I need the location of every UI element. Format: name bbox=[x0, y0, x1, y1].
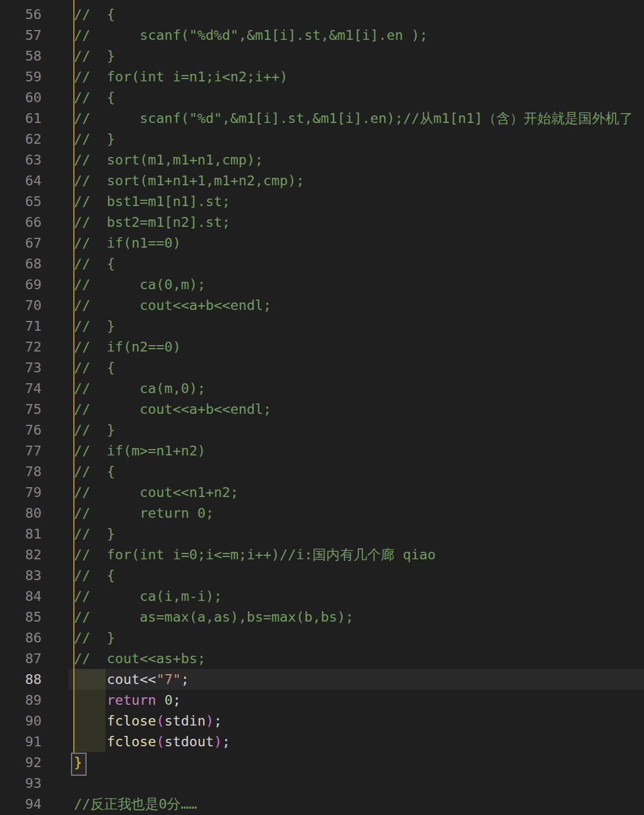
line-content[interactable]: // bst2=m1[n2].st; bbox=[69, 212, 644, 233]
code-line-83[interactable]: 83// { bbox=[0, 565, 644, 586]
code-line-93[interactable]: 93 bbox=[0, 773, 644, 794]
line-content[interactable]: // cout<<a+b<<endl; bbox=[69, 295, 644, 316]
line-content[interactable]: // } bbox=[69, 627, 644, 648]
line-content[interactable]: // for(int i=n1;i<n2;i++) bbox=[69, 66, 644, 87]
code-line-75[interactable]: 75// cout<<a+b<<endl; bbox=[0, 399, 644, 420]
line-content[interactable]: // sort(m1,m1+n1,cmp); bbox=[69, 149, 644, 170]
code-line-59[interactable]: 59// for(int i=n1;i<n2;i++) bbox=[0, 66, 644, 87]
code-line-70[interactable]: 70// cout<<a+b<<endl; bbox=[0, 295, 644, 316]
code-line-72[interactable]: 72// if(n2==0) bbox=[0, 337, 644, 357]
code-line-76[interactable]: 76// } bbox=[0, 420, 644, 440]
code-line-66[interactable]: 66// bst2=m1[n2].st; bbox=[0, 212, 644, 233]
line-content[interactable]: // for(int i=0;i<=m;i++)//i:国内有几个廊 qiao bbox=[69, 544, 644, 565]
code-line-67[interactable]: 67// if(n1==0) bbox=[0, 233, 644, 253]
line-content[interactable]: // scanf("%d%d",&m1[i].st,&m1[i].en ); bbox=[69, 25, 644, 46]
line-number: 93 bbox=[0, 773, 69, 794]
line-content[interactable]: // { bbox=[69, 357, 644, 378]
code-line-84[interactable]: 84// ca(i,m-i); bbox=[0, 586, 644, 607]
code-line-92[interactable]: 92} bbox=[0, 752, 644, 773]
code-line-80[interactable]: 80// return 0; bbox=[0, 503, 644, 524]
line-content[interactable]: // } bbox=[69, 316, 644, 337]
code-line-60[interactable]: 60// { bbox=[0, 87, 644, 108]
token-comment: // { bbox=[74, 89, 115, 106]
line-number: 60 bbox=[0, 87, 69, 108]
code-line-77[interactable]: 77// if(m>=n1+n2) bbox=[0, 440, 644, 461]
code-line-91[interactable]: 91 fclose(stdout); bbox=[0, 731, 644, 752]
line-content[interactable]: // as=max(a,as),bs=max(b,bs); bbox=[69, 607, 644, 627]
line-content[interactable]: // for(int i=0;i<n1;i++) bbox=[69, 0, 644, 4]
line-number: 85 bbox=[0, 607, 69, 627]
line-content[interactable]: } bbox=[69, 752, 644, 773]
line-content[interactable]: // if(n2==0) bbox=[69, 337, 644, 357]
line-content[interactable]: fclose(stdin); bbox=[69, 711, 644, 731]
line-content[interactable]: // scanf("%d",&m1[i].st,&m1[i].en);//从m1… bbox=[69, 108, 644, 129]
code-line-74[interactable]: 74// ca(m,0); bbox=[0, 378, 644, 399]
code-line-68[interactable]: 68// { bbox=[0, 253, 644, 274]
code-line-85[interactable]: 85// as=max(a,as),bs=max(b,bs); bbox=[0, 607, 644, 627]
line-content[interactable]: // cout<<as+bs; bbox=[69, 648, 644, 669]
line-content[interactable]: // return 0; bbox=[69, 503, 644, 524]
code-editor[interactable]: 55// for(int i=0;i<n1;i++)56// {57// sca… bbox=[0, 0, 644, 815]
token-comment: // cout<<a+b<<endl; bbox=[74, 401, 271, 417]
code-line-63[interactable]: 63// sort(m1,m1+n1,cmp); bbox=[0, 149, 644, 170]
line-number: 94 bbox=[0, 794, 69, 814]
code-line-87[interactable]: 87// cout<<as+bs; bbox=[0, 648, 644, 669]
line-content[interactable]: // { bbox=[69, 565, 644, 586]
code-line-81[interactable]: 81// } bbox=[0, 524, 644, 544]
code-line-56[interactable]: 56// { bbox=[0, 4, 644, 25]
line-content[interactable]: // if(n1==0) bbox=[69, 233, 644, 253]
code-line-82[interactable]: 82// for(int i=0;i<=m;i++)//i:国内有几个廊 qia… bbox=[0, 544, 644, 565]
line-content[interactable]: // ca(m,0); bbox=[69, 378, 644, 399]
token-keyword: return bbox=[107, 692, 156, 708]
line-content[interactable]: // } bbox=[69, 46, 644, 66]
code-line-90[interactable]: 90 fclose(stdin); bbox=[0, 711, 644, 731]
line-content[interactable]: // { bbox=[69, 87, 644, 108]
line-content[interactable]: // cout<<a+b<<endl; bbox=[69, 399, 644, 420]
code-line-73[interactable]: 73// { bbox=[0, 357, 644, 378]
line-content[interactable]: // { bbox=[69, 4, 644, 25]
line-content[interactable]: // cout<<n1+n2; bbox=[69, 482, 644, 503]
line-content[interactable]: // { bbox=[69, 461, 644, 482]
code-line-65[interactable]: 65// bst1=m1[n1].st; bbox=[0, 191, 644, 212]
token-plain: stdin bbox=[164, 713, 205, 729]
code-line-71[interactable]: 71// } bbox=[0, 316, 644, 337]
line-number: 55 bbox=[0, 0, 69, 4]
line-content[interactable]: // bst1=m1[n1].st; bbox=[69, 191, 644, 212]
code-line-57[interactable]: 57// scanf("%d%d",&m1[i].st,&m1[i].en ); bbox=[0, 25, 644, 46]
code-line-88[interactable]: 88 cout<<"7"; bbox=[0, 669, 644, 690]
line-content[interactable]: // } bbox=[69, 524, 644, 544]
code-line-94[interactable]: 94//反正我也是0分…… bbox=[0, 794, 644, 814]
line-content[interactable]: //反正我也是0分…… bbox=[69, 794, 644, 814]
code-line-58[interactable]: 58// } bbox=[0, 46, 644, 66]
code-line-62[interactable]: 62// } bbox=[0, 129, 644, 149]
line-content[interactable]: return 0; bbox=[69, 690, 644, 711]
code-line-86[interactable]: 86// } bbox=[0, 627, 644, 648]
token-plain: stdout bbox=[164, 734, 214, 750]
line-content[interactable]: // { bbox=[69, 253, 644, 274]
code-line-61[interactable]: 61// scanf("%d",&m1[i].st,&m1[i].en);//从… bbox=[0, 108, 644, 129]
token-comment: // { bbox=[74, 567, 115, 584]
token-comment: // bst2=m1[n2].st; bbox=[74, 214, 230, 230]
line-number: 73 bbox=[0, 357, 69, 378]
code-line-89[interactable]: 89 return 0; bbox=[0, 690, 644, 711]
code-line-64[interactable]: 64// sort(m1+n1+1,m1+n2,cmp); bbox=[0, 170, 644, 191]
line-number: 83 bbox=[0, 565, 69, 586]
line-content[interactable]: // if(m>=n1+n2) bbox=[69, 440, 644, 461]
code-line-78[interactable]: 78// { bbox=[0, 461, 644, 482]
line-content[interactable]: // } bbox=[69, 129, 644, 149]
line-content[interactable]: // sort(m1+n1+1,m1+n2,cmp); bbox=[69, 170, 644, 191]
code-line-69[interactable]: 69// ca(0,m); bbox=[0, 274, 644, 295]
token-function: fclose bbox=[107, 734, 156, 750]
code-line-55[interactable]: 55// for(int i=0;i<n1;i++) bbox=[0, 0, 644, 4]
line-content[interactable]: // ca(i,m-i); bbox=[69, 586, 644, 607]
line-number: 72 bbox=[0, 337, 69, 357]
line-content[interactable]: // } bbox=[69, 420, 644, 440]
token-plain bbox=[74, 713, 107, 729]
line-content[interactable] bbox=[69, 773, 644, 794]
line-number: 78 bbox=[0, 461, 69, 482]
line-content[interactable]: cout<<"7"; bbox=[69, 669, 644, 690]
code-line-79[interactable]: 79// cout<<n1+n2; bbox=[0, 482, 644, 503]
token-paren: ( bbox=[156, 713, 164, 729]
line-content[interactable]: // ca(0,m); bbox=[69, 274, 644, 295]
line-content[interactable]: fclose(stdout); bbox=[69, 731, 644, 752]
